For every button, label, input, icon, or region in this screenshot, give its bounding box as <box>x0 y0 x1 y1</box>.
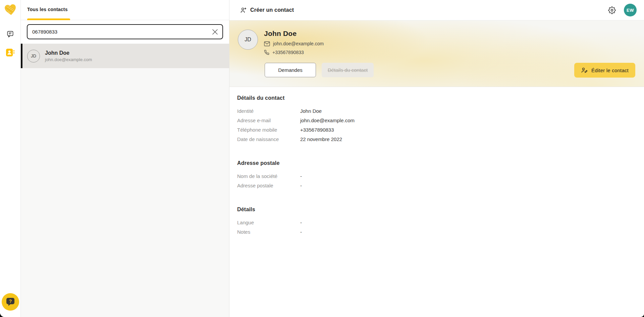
section-title: Adresse postale <box>237 160 644 166</box>
svg-text:?: ? <box>9 299 12 304</box>
detail-row-birthdate: Date de naissance22 novembre 2022 <box>237 135 644 144</box>
help-bubble-icon: ? <box>6 297 15 307</box>
help-button[interactable]: ? <box>2 293 19 311</box>
contact-header: JD John Doe john.doe@example.com <box>229 20 644 87</box>
app-window: ? Tous les contacts <box>0 0 644 317</box>
tab-all-contacts[interactable]: Tous les contacts <box>27 7 68 12</box>
icon-sidebar: ? <box>0 0 21 317</box>
sidebar-item-contacts[interactable] <box>6 48 15 57</box>
contact-name: John Doe <box>45 50 92 56</box>
close-icon <box>212 29 218 35</box>
section-title: Détails du contact <box>237 95 644 101</box>
person-plus-icon <box>240 7 247 14</box>
contact-list-item[interactable]: JD John Doe john.doe@example.com <box>21 44 229 68</box>
detail-row-notes: Notes- <box>237 227 644 237</box>
detail-row-postal-address: Adresse postale- <box>237 181 644 190</box>
contact-details-button-disabled: Détails du contact <box>322 63 374 77</box>
heart-logo[interactable] <box>3 2 18 17</box>
clear-search-button[interactable] <box>211 28 219 36</box>
topbar: Créer un contact EW <box>229 0 644 20</box>
create-contact-button[interactable]: Créer un contact <box>240 7 294 14</box>
contact-book-icon <box>6 48 15 57</box>
mail-icon <box>264 41 270 46</box>
contact-detail-content: Détails du contact IdentitéJohn Doe Adre… <box>229 87 644 253</box>
active-tab-underline <box>27 18 70 20</box>
main-area: Créer un contact EW JD <box>229 0 644 317</box>
contact-title: John Doe <box>264 30 324 38</box>
contact-email: john.doe@example.com <box>45 57 92 62</box>
contact-phone: +33567890833 <box>272 50 304 55</box>
sidebar-item-conversations[interactable] <box>6 30 15 38</box>
settings-gear-icon[interactable] <box>608 6 616 14</box>
avatar: JD <box>238 30 258 50</box>
section-contact-details: Détails du contact IdentitéJohn Doe Adre… <box>237 95 644 144</box>
search-input[interactable] <box>27 24 223 39</box>
detail-row-mobile-phone: Téléphone mobile+33567890833 <box>237 125 644 135</box>
search-area <box>21 20 229 44</box>
section-postal-address: Adresse postale Nom de la société- Adres… <box>237 160 644 190</box>
contacts-panel: Tous les contacts JD John Doe <box>21 0 229 317</box>
detail-row-language: Langue- <box>237 218 644 227</box>
contacts-panel-header: Tous les contacts <box>21 0 229 20</box>
contact-list-empty-space <box>21 68 229 317</box>
chat-bubble-icon <box>6 30 14 38</box>
detail-row-identity: IdentitéJohn Doe <box>237 106 644 116</box>
section-details: Détails Langue- Notes- <box>237 207 644 237</box>
detail-row-company-name: Nom de la société- <box>237 172 644 181</box>
section-title: Détails <box>237 207 644 213</box>
detail-row-email: Adresse e-mailjohn.doe@example.com <box>237 116 644 125</box>
edit-contact-button[interactable]: Éditer le contact <box>574 63 635 78</box>
contact-email: john.doe@example.com <box>273 41 324 46</box>
user-avatar[interactable]: EW <box>624 4 637 16</box>
requests-button[interactable]: Demandes <box>265 63 316 77</box>
phone-icon <box>264 50 269 55</box>
person-edit-icon <box>581 67 588 74</box>
avatar: JD <box>27 50 40 62</box>
